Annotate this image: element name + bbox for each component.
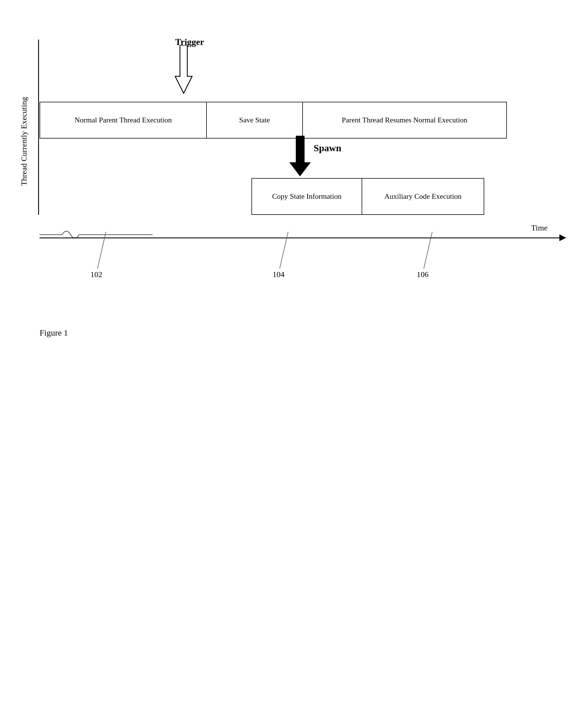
copy-state-box: Copy State Information bbox=[252, 179, 362, 214]
ref-line-106 bbox=[421, 232, 444, 268]
spawn-arrow-icon bbox=[288, 136, 312, 177]
time-axis-line bbox=[39, 237, 565, 238]
top-row-boxes: Normal Parent Thread Execution Save Stat… bbox=[39, 102, 507, 138]
svg-marker-0 bbox=[175, 45, 192, 93]
main-vertical-line bbox=[38, 40, 39, 215]
ref-line-104 bbox=[277, 232, 300, 268]
parent-resumes-box: Parent Thread Resumes Normal Execution bbox=[303, 102, 506, 138]
bottom-row-boxes: Copy State Information Auxiliary Code Ex… bbox=[251, 178, 484, 215]
diagram-container: Thread Currently Executing Trigger Norma… bbox=[17, 17, 571, 724]
auxiliary-box: Auxiliary Code Execution bbox=[362, 179, 484, 214]
save-state-box: Save State bbox=[207, 102, 303, 138]
figure-label: Figure 1 bbox=[39, 328, 68, 338]
ref-label-104: 104 bbox=[273, 270, 284, 279]
normal-execution-box: Normal Parent Thread Execution bbox=[40, 102, 207, 138]
vertical-label: Thread Currently Executing bbox=[17, 96, 31, 187]
ref-line-102 bbox=[94, 232, 117, 268]
time-label: Time bbox=[531, 223, 548, 232]
svg-marker-1 bbox=[290, 136, 310, 176]
trigger-arrow-icon bbox=[171, 45, 196, 95]
ref-label-106: 106 bbox=[417, 270, 429, 279]
svg-line-4 bbox=[98, 232, 106, 268]
svg-line-5 bbox=[280, 232, 288, 268]
time-arrow-head-icon bbox=[559, 234, 566, 241]
ref-label-102: 102 bbox=[90, 270, 102, 279]
spawn-label: Spawn bbox=[313, 143, 341, 154]
svg-line-6 bbox=[424, 232, 432, 268]
